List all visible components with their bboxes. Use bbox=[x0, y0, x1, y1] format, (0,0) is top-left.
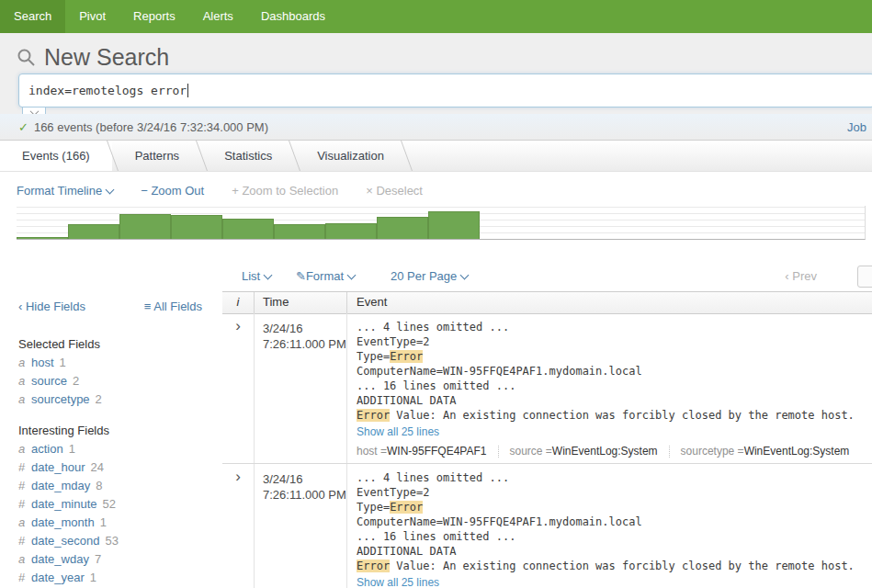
raw-text: ADDITIONAL DATA bbox=[357, 545, 456, 558]
field-count: 53 bbox=[105, 534, 118, 548]
timeline-bar[interactable] bbox=[119, 214, 171, 239]
interesting-fields-header: Interesting Fields bbox=[18, 424, 221, 437]
timeline-bar[interactable] bbox=[17, 237, 68, 239]
timeline-bar[interactable] bbox=[325, 223, 377, 239]
nav-item-pivot[interactable]: Pivot bbox=[65, 0, 119, 33]
nav-item-dashboards[interactable]: Dashboards bbox=[247, 0, 339, 33]
raw-text: EventType=2 bbox=[357, 486, 429, 499]
prev-page-button[interactable]: ‹ Prev bbox=[785, 265, 817, 288]
format-timeline-button[interactable]: Format Timeline bbox=[17, 184, 113, 198]
numeric-field-icon: # bbox=[18, 460, 31, 474]
nav-item-reports[interactable]: Reports bbox=[119, 0, 189, 33]
col-header-time: Time bbox=[255, 292, 347, 313]
tab-events-166-[interactable]: Events (166) bbox=[0, 141, 112, 171]
deselect-button[interactable]: × Deselect bbox=[366, 184, 423, 198]
field-item-date_second[interactable]: #date_second53 bbox=[0, 531, 221, 549]
hide-fields-button[interactable]: ‹ Hide Fields bbox=[18, 300, 85, 313]
per-page-dropdown[interactable]: 20 Per Page bbox=[391, 265, 468, 288]
events-table-body: ›3/24/167:26:11.000 PM... 4 lines omitte… bbox=[222, 313, 872, 588]
field-count: 24 bbox=[91, 460, 104, 474]
field-item-date_minute[interactable]: #date_minute52 bbox=[0, 494, 221, 513]
event-date: 3/24/16 bbox=[263, 471, 346, 487]
event-raw-line: ... 4 lines omitted ... bbox=[357, 320, 872, 334]
timeline-bar[interactable] bbox=[171, 215, 222, 239]
field-count: 52 bbox=[103, 497, 116, 511]
search-input[interactable]: index=remotelogs error bbox=[18, 74, 872, 107]
job-status-bar: ✓ 166 events (before 3/24/16 7:32:34.000… bbox=[0, 114, 872, 140]
timeline-bar[interactable] bbox=[274, 224, 325, 239]
field-item-action[interactable]: aaction1 bbox=[0, 439, 221, 458]
string-field-icon: a bbox=[18, 392, 31, 406]
field-name: action bbox=[31, 442, 63, 456]
field-name: date_year bbox=[31, 571, 85, 584]
event-field-value[interactable]: WIN-95FFQE4PAF1 bbox=[387, 445, 486, 458]
string-field-icon: a bbox=[18, 552, 31, 566]
tab-visualization[interactable]: Visualization bbox=[295, 141, 406, 171]
field-item-host[interactable]: ahost1 bbox=[0, 353, 221, 371]
timeline-bar[interactable] bbox=[222, 219, 274, 239]
event-timestamp: 7:26:11.000 PM bbox=[263, 336, 346, 352]
job-menu[interactable]: Job bbox=[847, 120, 866, 134]
timeline-bar[interactable] bbox=[68, 224, 119, 239]
field-name: date_hour bbox=[31, 460, 85, 474]
events-timeline-chart[interactable] bbox=[17, 206, 866, 240]
field-count: 1 bbox=[90, 571, 96, 584]
highlighted-term: Error bbox=[390, 501, 423, 514]
field-item-date_month[interactable]: adate_month1 bbox=[0, 513, 221, 531]
chevron-down-icon bbox=[106, 186, 115, 195]
search-header: New Search index=remotelogs error ✓ 166 … bbox=[0, 33, 872, 140]
expand-event-icon[interactable]: › bbox=[235, 470, 241, 483]
event-field-key: host = bbox=[357, 445, 387, 458]
page-title: New Search bbox=[44, 44, 169, 71]
tab-statistics[interactable]: Statistics bbox=[202, 141, 294, 171]
show-all-lines-link[interactable]: Show all 25 lines bbox=[357, 424, 439, 439]
chevron-down-icon bbox=[264, 271, 273, 280]
format-dropdown[interactable]: ✎Format bbox=[296, 265, 355, 288]
event-field-value[interactable]: WinEventLog:System bbox=[744, 445, 850, 458]
timeline-bar[interactable] bbox=[428, 211, 480, 239]
raw-text: ComputerName=WIN-95FFQE4PAF1.mydomain.lo… bbox=[357, 515, 642, 528]
zoom-to-selection-button[interactable]: + Zoom to Selection bbox=[232, 184, 338, 198]
list-view-dropdown[interactable]: List bbox=[242, 265, 271, 288]
chevron-down-icon bbox=[460, 271, 470, 280]
field-item-date_hour[interactable]: #date_hour24 bbox=[0, 458, 221, 476]
field-item-source[interactable]: asource2 bbox=[0, 371, 221, 390]
field-name: date_wday bbox=[31, 552, 89, 566]
field-count: 8 bbox=[96, 479, 102, 492]
event-raw-line: ComputerName=WIN-95FFQE4PAF1.mydomain.lo… bbox=[357, 514, 872, 529]
event-row: ›3/24/167:26:11.000 PM... 4 lines omitte… bbox=[222, 464, 872, 588]
field-item-date_year[interactable]: #date_year1 bbox=[0, 568, 221, 586]
field-name: date_second bbox=[31, 534, 99, 548]
field-item-date_wday[interactable]: adate_wday7 bbox=[0, 549, 221, 568]
page-number-button-partial[interactable] bbox=[857, 266, 872, 288]
raw-text: Type= bbox=[357, 350, 390, 363]
field-separator bbox=[669, 446, 670, 458]
selected-fields-header: Selected Fields bbox=[18, 337, 221, 351]
timeline-bar[interactable] bbox=[377, 217, 428, 239]
event-field-key: sourcetype = bbox=[681, 445, 744, 458]
event-field-values: host = WIN-95FFQE4PAF1source = WinEventL… bbox=[357, 445, 872, 458]
field-item-date_mday[interactable]: #date_mday8 bbox=[0, 476, 221, 494]
field-item-sourcetype[interactable]: asourcetype2 bbox=[0, 390, 221, 408]
event-time-cell: 3/24/167:26:11.000 PM bbox=[255, 464, 347, 588]
raw-text: ... 4 lines omitted ... bbox=[357, 471, 509, 484]
event-field-value[interactable]: WinEventLog:System bbox=[552, 445, 658, 458]
all-fields-button[interactable]: ≡ All Fields bbox=[144, 300, 202, 313]
col-header-event: Event bbox=[347, 292, 872, 313]
result-tabs: Events (166)PatternsStatisticsVisualizat… bbox=[0, 140, 872, 172]
show-all-lines-link[interactable]: Show all 25 lines bbox=[357, 575, 439, 588]
highlighted-term: Error bbox=[390, 350, 423, 363]
result-summary: 166 events (before 3/24/16 7:32:34.000 P… bbox=[34, 120, 268, 134]
zoom-out-button[interactable]: − Zoom Out bbox=[141, 184, 204, 198]
event-time-cell: 3/24/167:26:11.000 PM bbox=[255, 313, 347, 463]
tab-patterns[interactable]: Patterns bbox=[113, 141, 201, 171]
nav-item-search[interactable]: Search bbox=[0, 0, 65, 33]
expand-event-icon[interactable]: › bbox=[235, 320, 241, 333]
nav-item-alerts[interactable]: Alerts bbox=[189, 0, 247, 33]
raw-text: ... 4 lines omitted ... bbox=[357, 321, 509, 334]
pencil-icon: ✎ bbox=[296, 269, 306, 283]
field-name: host bbox=[31, 356, 54, 369]
selected-fields-list: ahost1asource2asourcetype2 bbox=[0, 353, 221, 408]
field-name: date_minute bbox=[31, 497, 97, 511]
field-count: 1 bbox=[100, 515, 107, 529]
